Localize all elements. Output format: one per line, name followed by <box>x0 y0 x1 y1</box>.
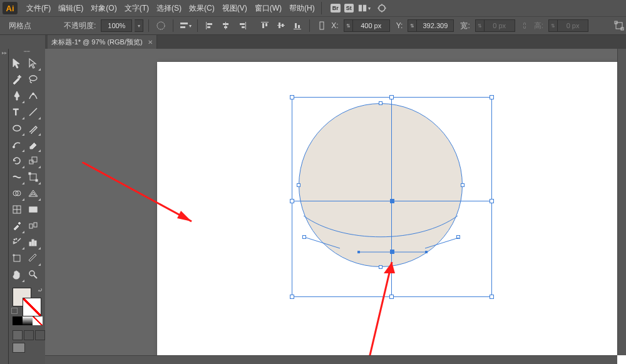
menu-type[interactable]: 文字(T) <box>121 1 153 16</box>
color-none[interactable] <box>33 316 43 325</box>
menu-edit[interactable]: 编辑(E) <box>54 1 87 16</box>
anchor-bottom[interactable] <box>379 265 382 269</box>
bbox-handle-tr[interactable] <box>490 95 494 99</box>
paintbrush-tool[interactable] <box>25 120 41 136</box>
gpu-icon[interactable] <box>375 1 389 15</box>
ellipse-tool[interactable] <box>9 120 25 136</box>
align-right-icon[interactable] <box>235 19 249 33</box>
draw-inside-icon[interactable] <box>35 330 45 340</box>
color-gradient[interactable] <box>23 316 33 325</box>
svg-rect-44 <box>29 207 37 212</box>
transform-link-icon[interactable] <box>315 19 329 33</box>
opacity-dropdown[interactable]: ▾ <box>135 19 143 32</box>
y-stepper[interactable]: ⇅ <box>408 19 416 32</box>
magic-wand-tool[interactable] <box>9 71 25 88</box>
blend-tool[interactable] <box>25 218 41 234</box>
document-tab[interactable]: 未标题-1* @ 97% (RGB/预览) ✕ <box>48 35 157 49</box>
menu-object[interactable]: 对象(O) <box>87 1 120 16</box>
artboard[interactable] <box>157 62 626 364</box>
mesh-tool[interactable] <box>9 201 25 218</box>
bbox-handle-bc[interactable] <box>389 295 394 299</box>
svg-rect-38 <box>36 179 38 181</box>
swap-fill-stroke-icon[interactable]: ⤾ <box>38 286 43 293</box>
shape-builder-tool[interactable] <box>9 185 25 201</box>
perspective-grid-tool[interactable] <box>25 185 41 201</box>
isolate-icon[interactable] <box>612 19 626 33</box>
vertical-scrollbar[interactable] <box>617 49 626 355</box>
stock-badge[interactable]: St <box>344 4 354 13</box>
direction-lines <box>302 231 465 262</box>
tab-close-icon[interactable]: ✕ <box>148 39 153 46</box>
zoom-tool[interactable] <box>25 266 41 283</box>
align-top-icon[interactable] <box>258 19 272 33</box>
fill-stroke-control[interactable]: ⤾ <box>9 285 45 315</box>
shaper-tool[interactable] <box>9 136 25 153</box>
eyedropper-tool[interactable] <box>9 218 25 234</box>
selection-tool[interactable] <box>9 55 25 71</box>
bridge-badge[interactable]: Br <box>331 4 341 13</box>
default-fill-stroke-icon[interactable] <box>11 308 18 314</box>
column-graph-tool[interactable] <box>25 234 41 250</box>
menu-window[interactable]: 窗口(W) <box>251 1 285 16</box>
menu-view[interactable]: 视图(V) <box>218 1 251 16</box>
anchor-left[interactable] <box>297 183 300 187</box>
svg-point-50 <box>16 238 17 240</box>
width-tool[interactable] <box>9 169 25 185</box>
artboard-tool[interactable] <box>9 250 25 266</box>
opacity-input[interactable] <box>101 19 132 32</box>
free-transform-tool[interactable] <box>25 169 41 185</box>
recolor-icon[interactable] <box>154 19 168 33</box>
svg-rect-10 <box>223 23 228 25</box>
y-input[interactable] <box>416 19 454 32</box>
direct-selection-tool[interactable] <box>25 55 41 71</box>
bbox-handle-ml[interactable] <box>290 199 294 203</box>
screen-mode-icon[interactable] <box>13 343 25 353</box>
menu-file[interactable]: 文件(F) <box>23 1 54 16</box>
type-tool[interactable]: T <box>9 104 25 120</box>
scale-tool[interactable] <box>25 153 41 169</box>
opacity-label: 不透明度: <box>64 21 96 31</box>
stroke-swatch[interactable] <box>23 298 41 316</box>
canvas[interactable] <box>45 49 626 364</box>
rotate-tool[interactable] <box>9 153 25 169</box>
bbox-handle-bl[interactable] <box>290 295 294 299</box>
x-stepper[interactable]: ⇅ <box>344 19 352 32</box>
curvature-tool[interactable] <box>25 88 41 104</box>
align-hcenter-icon[interactable] <box>219 19 233 33</box>
arrange-docs-icon[interactable]: ▾ <box>357 1 371 15</box>
anchor-right[interactable] <box>461 183 464 187</box>
bbox-handle-tc[interactable] <box>389 95 394 99</box>
selection-bounding-box[interactable] <box>292 97 492 297</box>
align-panel-icon[interactable]: ▾ <box>178 19 192 33</box>
svg-rect-9 <box>225 22 226 29</box>
svg-rect-53 <box>34 241 36 246</box>
lasso-tool[interactable] <box>25 71 41 88</box>
align-left-icon[interactable] <box>203 19 217 33</box>
gradient-tool[interactable] <box>25 201 41 218</box>
svg-rect-19 <box>279 23 280 28</box>
draw-normal-icon[interactable] <box>13 330 23 340</box>
menu-help[interactable]: 帮助(H) <box>285 1 319 16</box>
align-bottom-icon[interactable] <box>290 19 304 33</box>
hand-tool[interactable] <box>9 266 25 283</box>
w-stepper: ⇅ <box>475 19 484 32</box>
anchor-top[interactable] <box>379 101 382 105</box>
tools-panel: ┅┅ T <box>9 49 45 364</box>
eraser-tool[interactable] <box>25 136 41 153</box>
bbox-handle-mr[interactable] <box>490 199 494 203</box>
line-segment-tool[interactable] <box>25 104 41 120</box>
bbox-handle-tl[interactable] <box>290 95 294 99</box>
menu-effect[interactable]: 效果(C) <box>185 1 218 16</box>
symbol-sprayer-tool[interactable] <box>9 234 25 250</box>
color-solid[interactable] <box>13 316 23 325</box>
draw-behind-icon[interactable] <box>24 330 34 340</box>
pen-tool[interactable] <box>9 88 25 104</box>
mesh-anchor-center[interactable] <box>390 199 394 203</box>
align-vcenter-icon[interactable] <box>274 19 288 33</box>
bbox-handle-br[interactable] <box>490 295 494 299</box>
horizontal-scrollbar[interactable] <box>45 355 617 364</box>
slice-tool[interactable] <box>25 250 41 266</box>
menu-select[interactable]: 选择(S) <box>153 1 185 16</box>
panel-collapse-gutter[interactable]: ▸▸ <box>0 49 9 364</box>
x-input[interactable] <box>352 19 390 32</box>
